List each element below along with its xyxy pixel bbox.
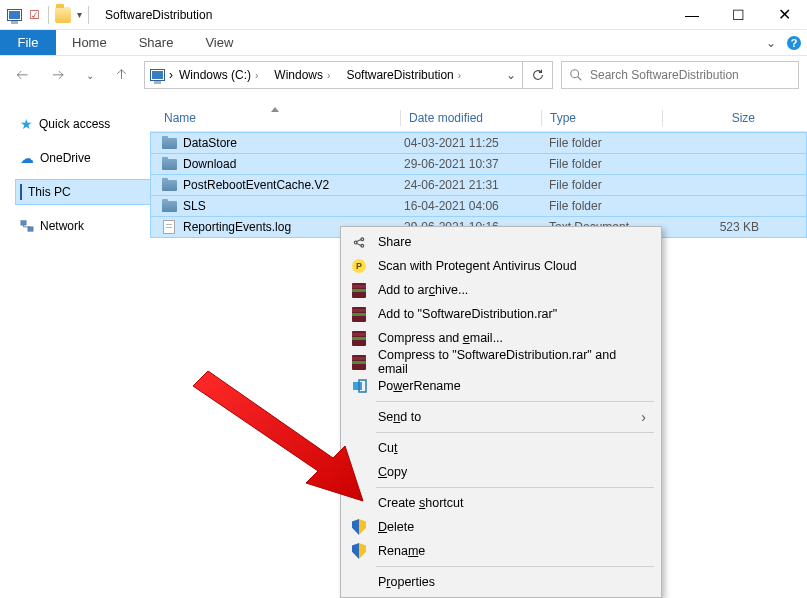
- ctx-copy[interactable]: Copy: [344, 460, 658, 484]
- search-input[interactable]: [590, 62, 798, 88]
- file-date: 29-06-2021 10:37: [404, 157, 549, 171]
- address-dropdown-icon[interactable]: ⌄: [498, 62, 522, 88]
- ctx-compress-email[interactable]: Compress and email...: [344, 326, 658, 350]
- winrar-icon: [350, 329, 368, 347]
- file-size: 523 KB: [671, 220, 767, 234]
- sidebar-item-label: Quick access: [39, 117, 110, 131]
- tab-home[interactable]: Home: [56, 30, 123, 55]
- sidebar-item-label: OneDrive: [40, 151, 91, 165]
- breadcrumb: › Windows (C:)› Windows› SoftwareDistrib…: [169, 62, 471, 88]
- help-icon[interactable]: ?: [781, 30, 807, 55]
- file-date: 04-03-2021 11:25: [404, 136, 549, 150]
- up-button[interactable]: 🡡: [108, 61, 136, 89]
- qat-dropdown-icon[interactable]: ▾: [77, 9, 82, 20]
- ctx-scan[interactable]: P Scan with Protegent Antivirus Cloud: [344, 254, 658, 278]
- refresh-button[interactable]: [522, 62, 552, 88]
- ctx-label: Add to "SoftwareDistribution.rar": [378, 307, 646, 321]
- file-type: File folder: [549, 178, 671, 192]
- folder-icon: [159, 201, 179, 212]
- titlebar: ☑ ▾ SoftwareDistribution — ☐ ✕: [0, 0, 807, 30]
- ctx-send-to[interactable]: Send to ›: [344, 405, 658, 429]
- ctx-properties[interactable]: Properties: [344, 570, 658, 594]
- navigation-row: 🡠 🡢 ⌄ 🡡 › Windows (C:)› Windows› Softwar…: [0, 56, 807, 94]
- search-box[interactable]: [561, 61, 799, 89]
- ctx-share[interactable]: Share: [344, 230, 658, 254]
- column-type[interactable]: Type: [542, 111, 662, 125]
- file-row[interactable]: SLS16-04-2021 04:06File folder: [150, 195, 807, 217]
- forward-button[interactable]: 🡢: [44, 61, 72, 89]
- ctx-label: Share: [378, 235, 646, 249]
- separator: [376, 566, 654, 567]
- pc-icon: [20, 185, 22, 199]
- ribbon-expand-icon[interactable]: ⌄: [761, 30, 781, 55]
- file-row[interactable]: DataStore04-03-2021 11:25File folder: [150, 132, 807, 154]
- column-name[interactable]: Name: [150, 111, 400, 125]
- crumb-softwaredistribution[interactable]: SoftwareDistribution›: [340, 62, 471, 88]
- context-menu: Share P Scan with Protegent Antivirus Cl…: [340, 226, 662, 598]
- folder-icon: [55, 7, 71, 23]
- pc-icon: [145, 69, 169, 81]
- svg-text:?: ?: [791, 37, 798, 49]
- winrar-icon: [350, 281, 368, 299]
- ctx-compress-to-email[interactable]: Compress to "SoftwareDistribution.rar" a…: [344, 350, 658, 374]
- column-size[interactable]: Size: [663, 111, 763, 125]
- address-bar[interactable]: › Windows (C:)› Windows› SoftwareDistrib…: [144, 61, 553, 89]
- winrar-icon: [350, 353, 368, 371]
- chevron-right-icon: ›: [641, 409, 646, 425]
- file-name: PostRebootEventCache.V2: [179, 178, 404, 192]
- folder-icon: [159, 138, 179, 149]
- tab-share[interactable]: Share: [123, 30, 190, 55]
- svg-line-3: [578, 77, 582, 81]
- separator: [376, 401, 654, 402]
- close-button[interactable]: ✕: [761, 0, 807, 30]
- ctx-add-to-rar[interactable]: Add to "SoftwareDistribution.rar": [344, 302, 658, 326]
- separator: [48, 6, 49, 24]
- sidebar-item-quick-access[interactable]: ★ Quick access: [16, 112, 150, 136]
- crumb-drive[interactable]: Windows (C:)›: [173, 62, 268, 88]
- column-date[interactable]: Date modified: [401, 111, 541, 125]
- svg-rect-4: [21, 221, 26, 225]
- window-title: SoftwareDistribution: [97, 8, 212, 22]
- file-date: 16-04-2021 04:06: [404, 199, 549, 213]
- shield-icon: [350, 542, 368, 560]
- recent-dropdown-icon[interactable]: ⌄: [80, 61, 100, 89]
- ctx-powerrename[interactable]: PowerRename: [344, 374, 658, 398]
- ctx-delete[interactable]: Delete: [344, 515, 658, 539]
- ctx-label: Create shortcut: [378, 496, 646, 510]
- file-row[interactable]: Download29-06-2021 10:37File folder: [150, 153, 807, 175]
- crumb-windows[interactable]: Windows›: [268, 62, 340, 88]
- back-button[interactable]: 🡠: [8, 61, 36, 89]
- ctx-label: Compress and email...: [378, 331, 646, 345]
- minimize-button[interactable]: —: [669, 0, 715, 30]
- folder-icon: [159, 180, 179, 191]
- sidebar-item-this-pc[interactable]: This PC: [16, 180, 150, 204]
- ctx-label: Send to: [378, 410, 631, 424]
- search-icon: [562, 68, 590, 82]
- sidebar-item-network[interactable]: Network: [16, 214, 150, 238]
- ctx-label: Delete: [378, 520, 646, 534]
- sidebar-item-label: This PC: [28, 185, 71, 199]
- ctx-create-shortcut[interactable]: Create shortcut: [344, 491, 658, 515]
- protegent-icon: P: [350, 257, 368, 275]
- maximize-button[interactable]: ☐: [715, 0, 761, 30]
- powerrename-icon: [350, 377, 368, 395]
- ctx-rename[interactable]: Rename: [344, 539, 658, 563]
- file-row[interactable]: PostRebootEventCache.V224-06-2021 21:31F…: [150, 174, 807, 196]
- file-date: 24-06-2021 21:31: [404, 178, 549, 192]
- app-icon: [6, 7, 22, 23]
- sidebar-item-onedrive[interactable]: ☁ OneDrive: [16, 146, 150, 170]
- ctx-label: Compress to "SoftwareDistribution.rar" a…: [378, 348, 646, 376]
- file-name: DataStore: [179, 136, 404, 150]
- qat-properties-icon[interactable]: ☑: [26, 7, 42, 23]
- file-type: File folder: [549, 136, 671, 150]
- file-name: SLS: [179, 199, 404, 213]
- tab-view[interactable]: View: [189, 30, 249, 55]
- svg-rect-6: [353, 382, 362, 390]
- file-tab[interactable]: File: [0, 30, 56, 55]
- separator: [88, 6, 89, 24]
- document-icon: [159, 220, 179, 234]
- ctx-cut[interactable]: Cut: [344, 436, 658, 460]
- ctx-add-archive[interactable]: Add to archive...: [344, 278, 658, 302]
- separator: [376, 432, 654, 433]
- file-type: File folder: [549, 157, 671, 171]
